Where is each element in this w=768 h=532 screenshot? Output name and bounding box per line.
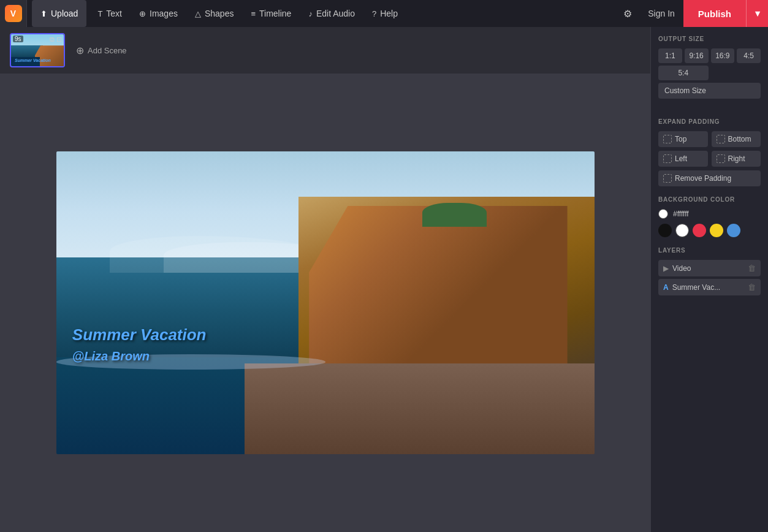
publish-dropdown-arrow[interactable]: ▾ — [746, 0, 768, 27]
color-swatches — [658, 224, 761, 237]
text-button[interactable]: T Text — [89, 0, 131, 27]
right-panel: OUTPUT SIZE 1:1 9:16 16:9 4:5 5:4 Custom… — [650, 27, 768, 532]
scene-copy-icon[interactable]: ⧉ — [50, 36, 55, 44]
pad-bottom-button[interactable]: Bottom — [712, 131, 761, 147]
timeline-icon: ≡ — [251, 9, 256, 18]
layers-label: LAYERS — [658, 247, 761, 254]
output-size-section: OUTPUT SIZE 1:1 9:16 16:9 4:5 5:4 Custom… — [658, 36, 761, 108]
layer-video[interactable]: ▶ Video 🗑 — [658, 260, 761, 276]
publish-main[interactable]: Publish — [683, 0, 746, 27]
app-logo: V — [0, 0, 27, 27]
bg-color-row: #ffffff — [658, 209, 761, 219]
video-layer-delete[interactable]: 🗑 — [748, 264, 756, 273]
images-icon: ⊕ — [139, 9, 146, 18]
upload-icon: ⬆ — [40, 9, 47, 18]
timeline-button[interactable]: ≡ Timeline — [242, 0, 300, 27]
layers-section: LAYERS ▶ Video 🗑 A Summer Vac... 🗑 — [658, 247, 761, 295]
pad-right-button[interactable]: Right — [712, 151, 761, 167]
settings-button[interactable]: ⚙ — [616, 0, 639, 27]
swatch-red[interactable] — [693, 224, 706, 237]
plus-icon: ⊕ — [76, 45, 84, 56]
add-scene-button[interactable]: ⊕ Add Scene — [71, 42, 132, 59]
overlay-author: @Liza Brown — [72, 349, 207, 363]
output-size-label: OUTPUT SIZE — [658, 36, 761, 42]
canvas-area: Summer Vacation @Liza Brown — [0, 74, 650, 532]
text-layer-delete[interactable]: 🗑 — [748, 283, 756, 292]
remove-padding-button[interactable]: Remove Padding — [658, 170, 761, 186]
layer-text[interactable]: A Summer Vac... 🗑 — [658, 279, 761, 295]
size-16-9-button[interactable]: 16:9 — [711, 48, 735, 63]
scene-strip: 9s ⧉ ⊡ Summer Vacation ⊕ Add Scene — [0, 27, 650, 74]
background-color-label: BACKGROUND COLOR — [658, 196, 761, 203]
custom-size-button[interactable]: Custom Size — [658, 83, 761, 99]
scene-delete-icon[interactable]: ⊡ — [56, 36, 62, 44]
pad-left-icon — [663, 154, 672, 163]
sign-in-button[interactable]: Sign In — [639, 0, 683, 27]
canvas-frame[interactable]: Summer Vacation @Liza Brown — [56, 151, 595, 454]
expand-padding-label: EXPAND PADDING — [658, 118, 761, 125]
cliff-detail — [309, 206, 567, 373]
scene-text-preview: Summer Vacation — [15, 58, 51, 63]
size-9-16-button[interactable]: 9:16 — [685, 48, 709, 63]
scene-thumbnail[interactable]: 9s ⧉ ⊡ Summer Vacation — [10, 33, 65, 67]
gear-icon: ⚙ — [623, 8, 632, 20]
padding-grid: Top Bottom Left Right — [658, 131, 761, 167]
size-1-1-button[interactable]: 1:1 — [658, 48, 682, 63]
text-layer-icon: A — [663, 283, 669, 292]
logo-icon: V — [5, 5, 22, 22]
size-5-4-button[interactable]: 5:4 — [658, 66, 709, 80]
help-icon: ? — [372, 9, 376, 18]
video-layer-icon: ▶ — [663, 264, 669, 273]
scene-duration-badge: 9s — [13, 36, 23, 42]
upload-button[interactable]: ⬆ Upload — [32, 0, 86, 27]
topnav: V ⬆ Upload T Text ⊕ Images △ Shapes ≡ Ti… — [0, 0, 768, 27]
text-overlay: Summer Vacation @Liza Brown — [72, 325, 207, 363]
bg-hex-value: #ffffff — [673, 210, 689, 218]
overlay-title: Summer Vacation — [72, 325, 207, 344]
text-layer-label: Summer Vac... — [672, 283, 744, 292]
size-grid-row1: 1:1 9:16 16:9 4:5 — [658, 48, 761, 63]
pad-bottom-icon — [717, 135, 725, 143]
swatch-blue[interactable] — [727, 224, 740, 237]
vegetation — [422, 203, 487, 227]
publish-button[interactable]: Publish ▾ — [683, 0, 768, 27]
shapes-button[interactable]: △ Shapes — [186, 0, 242, 27]
background-color-section: BACKGROUND COLOR #ffffff — [658, 196, 761, 237]
remove-pad-icon — [663, 174, 672, 183]
swatch-yellow[interactable] — [710, 224, 723, 237]
size-4-5-button[interactable]: 4:5 — [737, 48, 761, 63]
bg-color-swatch-active[interactable] — [658, 209, 668, 219]
rocky-shore — [245, 363, 595, 454]
shapes-icon: △ — [195, 9, 201, 18]
pad-top-icon — [663, 135, 672, 143]
pad-top-button[interactable]: Top — [658, 131, 708, 147]
video-layer-label: Video — [672, 264, 744, 273]
pad-left-button[interactable]: Left — [658, 151, 708, 167]
help-button[interactable]: ? Help — [363, 0, 406, 27]
canvas-scene: Summer Vacation @Liza Brown — [56, 151, 595, 454]
edit-audio-button[interactable]: ♪ Edit Audio — [300, 0, 363, 27]
images-button[interactable]: ⊕ Images — [131, 0, 186, 27]
text-icon: T — [97, 9, 102, 18]
size-grid-row2: 5:4 — [658, 66, 761, 80]
swatch-black[interactable] — [658, 224, 672, 237]
swatch-white[interactable] — [675, 224, 689, 237]
chevron-down-icon: ▾ — [755, 8, 760, 19]
audio-icon: ♪ — [308, 9, 313, 18]
expand-padding-section: EXPAND PADDING Top Bottom Left Right — [658, 118, 761, 186]
pad-right-icon — [717, 154, 725, 163]
